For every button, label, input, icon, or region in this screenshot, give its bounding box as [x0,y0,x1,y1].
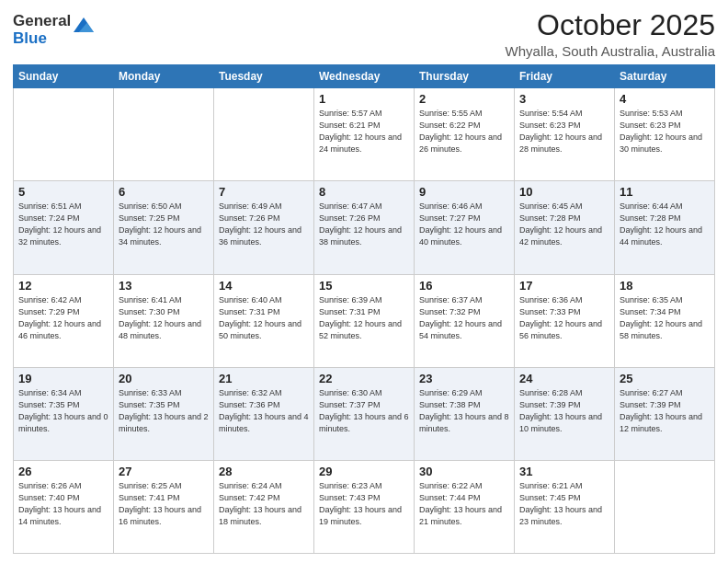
th-sunday: Sunday [14,65,114,88]
week-row-5: 26Sunrise: 6:26 AM Sunset: 7:40 PM Dayli… [14,460,715,553]
day-info: Sunrise: 6:42 AM Sunset: 7:29 PM Dayligh… [18,294,108,342]
day-number: 13 [119,279,209,293]
calendar-cell: 29Sunrise: 6:23 AM Sunset: 7:43 PM Dayli… [314,460,415,553]
header: General Blue October 2025 Whyalla, South… [13,9,715,59]
day-info: Sunrise: 6:23 AM Sunset: 7:43 PM Dayligh… [319,480,409,528]
day-number: 28 [219,465,309,478]
calendar-cell: 21Sunrise: 6:32 AM Sunset: 7:36 PM Dayli… [214,367,314,460]
day-number: 7 [219,185,309,199]
day-info: Sunrise: 6:47 AM Sunset: 7:26 PM Dayligh… [319,201,409,248]
day-number: 6 [119,185,209,199]
calendar-cell: 8Sunrise: 6:47 AM Sunset: 7:26 PM Daylig… [314,181,415,274]
calendar-cell: 16Sunrise: 6:37 AM Sunset: 7:32 PM Dayli… [415,274,515,367]
calendar-cell: 12Sunrise: 6:42 AM Sunset: 7:29 PM Dayli… [14,274,114,367]
day-number: 25 [620,372,710,385]
calendar-cell: 11Sunrise: 6:44 AM Sunset: 7:28 PM Dayli… [615,181,715,274]
calendar-cell: 2Sunrise: 5:55 AM Sunset: 6:22 PM Daylig… [415,88,515,181]
day-info: Sunrise: 6:44 AM Sunset: 7:28 PM Dayligh… [620,201,710,248]
day-info: Sunrise: 5:53 AM Sunset: 6:23 PM Dayligh… [620,108,710,155]
calendar-cell: 10Sunrise: 6:45 AM Sunset: 7:28 PM Dayli… [515,181,615,274]
th-wednesday: Wednesday [314,65,415,88]
calendar-cell: 26Sunrise: 6:26 AM Sunset: 7:40 PM Dayli… [14,460,114,553]
day-info: Sunrise: 6:51 AM Sunset: 7:24 PM Dayligh… [18,201,108,248]
page: General Blue October 2025 Whyalla, South… [0,0,728,563]
day-info: Sunrise: 6:24 AM Sunset: 7:42 PM Dayligh… [219,480,309,528]
calendar-cell: 23Sunrise: 6:29 AM Sunset: 7:38 PM Dayli… [415,367,515,460]
calendar-cell: 18Sunrise: 6:35 AM Sunset: 7:34 PM Dayli… [615,274,715,367]
calendar-cell: 6Sunrise: 6:50 AM Sunset: 7:25 PM Daylig… [114,181,214,274]
month-title: October 2025 [506,9,715,41]
day-info: Sunrise: 6:26 AM Sunset: 7:40 PM Dayligh… [18,480,108,528]
day-info: Sunrise: 6:35 AM Sunset: 7:34 PM Dayligh… [620,294,710,342]
day-number: 9 [419,185,509,199]
day-info: Sunrise: 6:40 AM Sunset: 7:31 PM Dayligh… [219,294,309,342]
calendar-cell: 19Sunrise: 6:34 AM Sunset: 7:35 PM Dayli… [14,367,114,460]
day-info: Sunrise: 6:46 AM Sunset: 7:27 PM Dayligh… [419,201,509,248]
week-row-2: 5Sunrise: 6:51 AM Sunset: 7:24 PM Daylig… [14,181,715,274]
calendar-cell [14,88,114,181]
day-info: Sunrise: 6:49 AM Sunset: 7:26 PM Dayligh… [219,201,309,248]
day-number: 16 [419,279,509,293]
week-row-1: 1Sunrise: 5:57 AM Sunset: 6:21 PM Daylig… [14,88,715,181]
day-info: Sunrise: 6:50 AM Sunset: 7:25 PM Dayligh… [119,201,209,248]
logo-icon [74,15,94,35]
day-info: Sunrise: 6:22 AM Sunset: 7:44 PM Dayligh… [419,480,509,528]
calendar-cell: 15Sunrise: 6:39 AM Sunset: 7:31 PM Dayli… [314,274,415,367]
day-number: 29 [319,465,409,478]
day-number: 4 [620,92,710,106]
calendar-cell: 14Sunrise: 6:40 AM Sunset: 7:31 PM Dayli… [214,274,314,367]
week-row-3: 12Sunrise: 6:42 AM Sunset: 7:29 PM Dayli… [14,274,715,367]
day-number: 12 [18,279,108,293]
title-block: October 2025 Whyalla, South Australia, A… [506,9,715,59]
calendar-cell: 28Sunrise: 6:24 AM Sunset: 7:42 PM Dayli… [214,460,314,553]
day-number: 10 [519,185,609,199]
day-number: 30 [419,465,509,478]
calendar-cell: 17Sunrise: 6:36 AM Sunset: 7:33 PM Dayli… [515,274,615,367]
day-number: 26 [18,465,108,478]
day-info: Sunrise: 6:28 AM Sunset: 7:39 PM Dayligh… [519,387,609,435]
calendar-cell: 1Sunrise: 5:57 AM Sunset: 6:21 PM Daylig… [314,88,415,181]
day-info: Sunrise: 6:39 AM Sunset: 7:31 PM Dayligh… [319,294,409,342]
calendar-cell: 20Sunrise: 6:33 AM Sunset: 7:35 PM Dayli… [114,367,214,460]
day-number: 15 [319,279,409,293]
day-number: 2 [419,92,509,106]
day-info: Sunrise: 5:55 AM Sunset: 6:22 PM Dayligh… [419,108,509,155]
calendar-cell: 9Sunrise: 6:46 AM Sunset: 7:27 PM Daylig… [415,181,515,274]
calendar-table: Sunday Monday Tuesday Wednesday Thursday… [13,64,715,554]
calendar-cell [114,88,214,181]
day-number: 17 [519,279,609,293]
location-title: Whyalla, South Australia, Australia [506,43,715,59]
day-info: Sunrise: 5:57 AM Sunset: 6:21 PM Dayligh… [319,108,409,155]
day-info: Sunrise: 6:25 AM Sunset: 7:41 PM Dayligh… [119,480,209,528]
day-info: Sunrise: 6:27 AM Sunset: 7:39 PM Dayligh… [620,387,710,435]
calendar-cell [214,88,314,181]
calendar-cell: 3Sunrise: 5:54 AM Sunset: 6:23 PM Daylig… [515,88,615,181]
logo-general: General [13,13,71,30]
day-info: Sunrise: 6:36 AM Sunset: 7:33 PM Dayligh… [519,294,609,342]
day-number: 11 [620,185,710,199]
day-info: Sunrise: 6:45 AM Sunset: 7:28 PM Dayligh… [519,201,609,248]
day-number: 24 [519,372,609,385]
day-number: 27 [119,465,209,478]
day-info: Sunrise: 6:29 AM Sunset: 7:38 PM Dayligh… [419,387,509,435]
calendar-cell: 25Sunrise: 6:27 AM Sunset: 7:39 PM Dayli… [615,367,715,460]
day-number: 18 [620,279,710,293]
day-info: Sunrise: 5:54 AM Sunset: 6:23 PM Dayligh… [519,108,609,155]
day-number: 22 [319,372,409,385]
calendar-cell: 13Sunrise: 6:41 AM Sunset: 7:30 PM Dayli… [114,274,214,367]
day-number: 3 [519,92,609,106]
logo-blue: Blue [13,30,71,48]
calendar-cell: 27Sunrise: 6:25 AM Sunset: 7:41 PM Dayli… [114,460,214,553]
calendar-cell [615,460,715,553]
th-monday: Monday [114,65,214,88]
day-number: 8 [319,185,409,199]
th-tuesday: Tuesday [214,65,314,88]
day-number: 31 [519,465,609,478]
calendar-cell: 4Sunrise: 5:53 AM Sunset: 6:23 PM Daylig… [615,88,715,181]
day-number: 1 [319,92,409,106]
calendar-cell: 24Sunrise: 6:28 AM Sunset: 7:39 PM Dayli… [515,367,615,460]
th-friday: Friday [515,65,615,88]
day-info: Sunrise: 6:37 AM Sunset: 7:32 PM Dayligh… [419,294,509,342]
day-info: Sunrise: 6:34 AM Sunset: 7:35 PM Dayligh… [18,387,108,435]
day-info: Sunrise: 6:41 AM Sunset: 7:30 PM Dayligh… [119,294,209,342]
